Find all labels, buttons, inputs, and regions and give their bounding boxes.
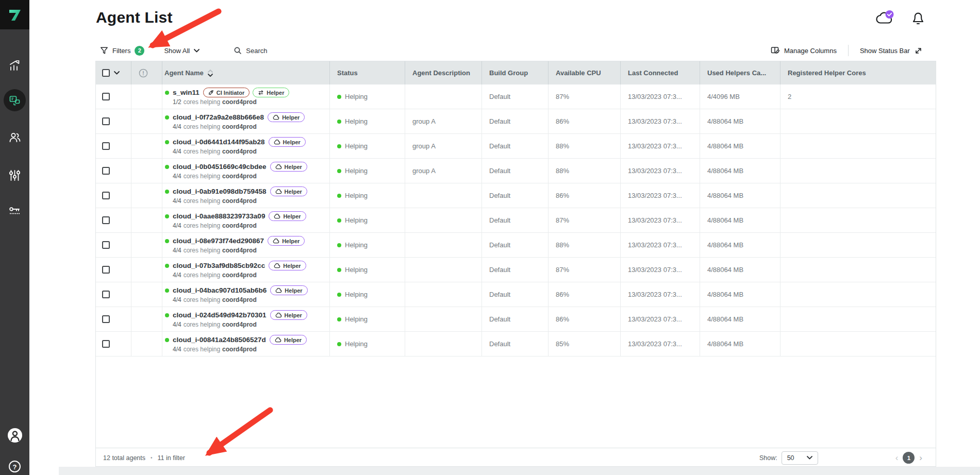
available-cpu-cell: 88%	[549, 233, 621, 258]
notifications-button[interactable]	[911, 10, 925, 26]
agent-name: s_win11	[173, 89, 200, 96]
agent-online-dot	[165, 313, 169, 317]
status-cell: Helping	[330, 134, 405, 159]
next-page-button[interactable]: ›	[919, 453, 922, 462]
select-menu-chevron-icon[interactable]	[114, 71, 120, 75]
table-row[interactable]: cloud_i-07b3af9db85cb92cc Helper 4/4 cor…	[96, 258, 936, 282]
column-header-available-cpu[interactable]: Available CPU	[549, 61, 621, 84]
status-cell: Helping	[330, 84, 405, 109]
row-checkbox[interactable]	[102, 142, 110, 150]
last-connected-cell: 13/03/2023 07:3...	[621, 258, 700, 282]
row-checkbox[interactable]	[102, 340, 110, 348]
prev-page-button[interactable]: ‹	[895, 453, 899, 462]
registered-cores-cell	[780, 233, 936, 258]
sidebar-item-licenses[interactable]	[0, 200, 29, 223]
used-helpers-cell: 4/88064 MB	[700, 307, 780, 332]
sidebar-item-settings[interactable]	[0, 164, 29, 186]
agent-subtitle: 4/4 cores helping coord4prod	[165, 296, 257, 303]
row-checkbox[interactable]	[102, 291, 110, 298]
build-group-cell: Default	[482, 183, 549, 208]
column-header-status[interactable]: Status	[330, 61, 405, 84]
agent-online-dot	[165, 214, 169, 218]
show-all-dropdown[interactable]: Show All	[164, 47, 200, 55]
table-row[interactable]: cloud_i-0d6441d144f95ab28 Helper 4/4 cor…	[96, 134, 936, 159]
used-helpers-cell: 4/88064 MB	[700, 109, 780, 134]
filter-funnel-icon	[100, 46, 108, 55]
column-header-build-group[interactable]: Build Group	[482, 61, 549, 84]
page-size-select[interactable]: 50	[782, 451, 818, 465]
agent-name-cell[interactable]: cloud_i-07b3af9db85cb92cc Helper 4/4 cor…	[162, 258, 330, 282]
cloud-status-button[interactable]	[875, 10, 895, 26]
current-page-indicator[interactable]: 1	[903, 452, 915, 464]
app-logo[interactable]	[0, 0, 29, 29]
column-header-registered-cores[interactable]: Registered Helper Cores	[780, 61, 936, 84]
build-group-cell: Default	[482, 109, 549, 134]
in-filter-count: 11 in filter	[158, 454, 185, 462]
agent-name: cloud_i-04bac907d105ab6b6	[173, 286, 267, 294]
helper-badge: Helper	[270, 285, 307, 295]
row-checkbox[interactable]	[102, 192, 110, 199]
status-dot	[337, 218, 341, 223]
agent-subtitle: 4/4 cores helping coord4prod	[165, 123, 257, 130]
column-header-used-helpers[interactable]: Used Helpers Ca...	[700, 61, 780, 84]
badge-container: Helper	[269, 211, 306, 221]
agent-online-dot	[165, 289, 169, 293]
row-checkbox[interactable]	[102, 93, 110, 100]
agent-name-cell[interactable]: cloud_i-0d6441d144f95ab28 Helper 4/4 cor…	[162, 134, 330, 159]
agent-name-cell[interactable]: cloud_i-00841a24b8506527d Helper 4/4 cor…	[162, 332, 330, 357]
cloud-check-icon	[875, 10, 895, 26]
table-row[interactable]: cloud_i-0b0451669c49cbdee Helper 4/4 cor…	[96, 159, 936, 183]
table-row[interactable]: cloud_i-00841a24b8506527d Helper 4/4 cor…	[96, 332, 936, 357]
search-input[interactable]: Search	[234, 46, 267, 55]
description-cell: group A	[405, 134, 482, 159]
sidebar-user-avatar[interactable]	[0, 424, 29, 447]
alert-info-icon: !	[139, 69, 148, 78]
table-row[interactable]: cloud_i-04bac907d105ab6b6 Helper 4/4 cor…	[96, 282, 936, 307]
row-checkbox[interactable]	[102, 167, 110, 175]
last-connected-cell: 13/03/2023 07:3...	[621, 307, 700, 332]
table-row[interactable]: cloud_i-024d549d942b70301 Helper 4/4 cor…	[96, 307, 936, 332]
sidebar-item-analytics[interactable]	[0, 54, 29, 77]
agent-name-cell[interactable]: cloud_i-0ab91e098db759458 Helper 4/4 cor…	[162, 183, 330, 208]
used-helpers-cell: 4/88064 MB	[700, 282, 780, 307]
agent-name-cell[interactable]: cloud_i-04bac907d105ab6b6 Helper 4/4 cor…	[162, 282, 330, 307]
page-size-value: 50	[787, 454, 794, 462]
manage-columns-button[interactable]: Manage Columns	[771, 46, 837, 55]
show-status-bar-button[interactable]: Show Status Bar	[860, 46, 923, 55]
badge-container: CI Initiator Helper	[203, 88, 290, 97]
sidebar-help[interactable]: ?	[0, 455, 29, 475]
select-all-checkbox[interactable]	[102, 69, 110, 77]
status-dot	[337, 169, 341, 173]
available-cpu-cell: 88%	[549, 159, 621, 183]
registered-cores-cell	[780, 183, 936, 208]
table-row[interactable]: cloud_i-08e973f74ed290867 Helper 4/4 cor…	[96, 233, 936, 258]
registered-cores-cell	[780, 307, 936, 332]
row-checkbox[interactable]	[102, 241, 110, 249]
show-status-bar-label: Show Status Bar	[860, 47, 910, 55]
agent-name-cell[interactable]: cloud_i-0f72a9a2e88b666e8 Helper 4/4 cor…	[162, 109, 330, 134]
status-cell: Helping	[330, 183, 405, 208]
row-checkbox[interactable]	[102, 117, 110, 125]
agent-name: cloud_i-024d549d942b70301	[173, 311, 267, 319]
agent-name-cell[interactable]: cloud_i-08e973f74ed290867 Helper 4/4 cor…	[162, 233, 330, 258]
row-checkbox[interactable]	[102, 315, 110, 323]
agent-online-dot	[165, 115, 169, 120]
table-row[interactable]: s_win11 CI Initiator Helper 1/2 cores he…	[96, 84, 936, 109]
row-checkbox[interactable]	[102, 216, 110, 224]
column-header-agent-name[interactable]: Agent Name	[162, 61, 330, 84]
agent-name-cell[interactable]: s_win11 CI Initiator Helper 1/2 cores he…	[162, 84, 330, 109]
agent-name-cell[interactable]: cloud_i-0b0451669c49cbdee Helper 4/4 cor…	[162, 159, 330, 183]
available-cpu-cell: 88%	[549, 134, 621, 159]
table-row[interactable]: cloud_i-0f72a9a2e88b666e8 Helper 4/4 cor…	[96, 109, 936, 134]
table-row[interactable]: cloud_i-0aae8883239733a09 Helper 4/4 cor…	[96, 208, 936, 233]
sidebar-item-agents[interactable]	[0, 89, 29, 112]
sidebar-item-users[interactable]	[0, 126, 29, 149]
filters-button[interactable]: Filters 2	[100, 46, 144, 56]
agent-subtitle: 4/4 cores helping coord4prod	[165, 321, 257, 328]
row-checkbox[interactable]	[102, 266, 110, 274]
agent-name-cell[interactable]: cloud_i-0aae8883239733a09 Helper 4/4 cor…	[162, 208, 330, 233]
table-row[interactable]: cloud_i-0ab91e098db759458 Helper 4/4 cor…	[96, 183, 936, 208]
column-header-last-connected[interactable]: Last Connected	[621, 61, 700, 84]
agent-name-cell[interactable]: cloud_i-024d549d942b70301 Helper 4/4 cor…	[162, 307, 330, 332]
column-header-description[interactable]: Agent Description	[405, 61, 482, 84]
